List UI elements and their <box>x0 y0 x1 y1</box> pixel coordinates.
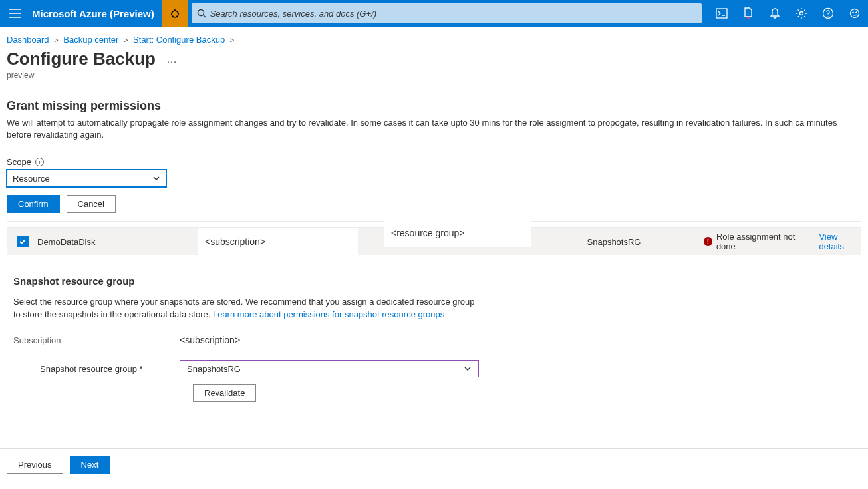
svg-point-5 <box>851 9 859 18</box>
top-header: Microsoft Azure (Preview) <box>0 0 868 27</box>
search-input[interactable] <box>210 9 696 19</box>
wizard-footer: Previous Next <box>0 448 868 480</box>
revalidate-button[interactable]: Revalidate <box>193 384 256 402</box>
resource-name: DemoDataDisk <box>32 237 198 247</box>
snapshot-rg-cell: SnapshotsRG <box>531 237 697 247</box>
page-header: Configure Backup … <box>0 49 868 71</box>
chevron-right-icon: > <box>227 36 237 44</box>
snapshot-description: Select the resource group where your sna… <box>13 296 479 321</box>
brand-title: Microsoft Azure (Preview) <box>31 8 162 19</box>
breadcrumb-dashboard[interactable]: Dashboard <box>7 35 49 45</box>
subscription-row: Subscription <subscription> <box>13 335 855 345</box>
error-icon: ! <box>704 237 712 246</box>
snapshot-section: Snapshot resource group Select the resou… <box>0 255 868 408</box>
previous-button[interactable]: Previous <box>7 456 63 474</box>
chevron-right-icon: > <box>121 36 130 44</box>
snapshot-rg-row: Snapshot resource group * SnapshotsRG <box>13 360 855 377</box>
checkbox-cell <box>7 236 32 247</box>
grant-permissions-section: Grant missing permissions We will attemp… <box>0 88 868 148</box>
resource-group-cell: <resource group> <box>384 219 531 247</box>
info-icon[interactable]: i <box>35 158 44 166</box>
chevron-down-icon <box>464 365 472 373</box>
page-title: Configure Backup <box>7 49 156 69</box>
svg-rect-2 <box>716 9 727 18</box>
subscription-cell: <subscription> <box>198 228 358 255</box>
help-icon[interactable] <box>815 0 841 27</box>
scope-label-row: Scope i <box>0 148 868 170</box>
header-actions <box>708 0 868 27</box>
snapshot-rg-label: Snapshot resource group * <box>13 364 180 374</box>
revalidate-row: Revalidate <box>13 384 855 402</box>
cloud-shell-icon[interactable] <box>708 0 735 27</box>
global-search[interactable] <box>192 3 702 23</box>
scope-selected-value: Resource <box>13 174 50 184</box>
view-details-link[interactable]: View details <box>819 232 861 251</box>
subscription-value: <subscription> <box>180 335 240 345</box>
tree-connector <box>27 340 39 353</box>
next-button[interactable]: Next <box>70 456 110 474</box>
breadcrumb-backup-center[interactable]: Backup center <box>63 35 118 45</box>
chevron-down-icon <box>152 174 160 182</box>
feedback-icon[interactable] <box>841 0 868 27</box>
grant-title: Grant missing permissions <box>7 99 861 113</box>
breadcrumb: Dashboard > Backup center > Start: Confi… <box>0 27 868 49</box>
snapshot-title: Snapshot resource group <box>13 275 855 287</box>
breadcrumb-configure-backup[interactable]: Start: Configure Backup <box>133 35 225 45</box>
confirm-cancel-row: Confirm Cancel <box>0 187 868 221</box>
scope-dropdown[interactable]: Resource <box>7 170 166 187</box>
svg-point-7 <box>856 12 857 13</box>
snapshot-rg-selected: SnapshotsRG <box>187 364 241 374</box>
learn-more-link[interactable]: Learn more about permissions for snapsho… <box>213 309 444 319</box>
snapshot-rg-dropdown[interactable]: SnapshotsRG <box>180 360 479 377</box>
status-cell: ! Role assignment not done View details <box>697 232 861 251</box>
check-icon <box>19 238 27 245</box>
settings-icon[interactable] <box>788 0 815 27</box>
svg-point-3 <box>800 12 803 15</box>
preview-bug-icon[interactable] <box>162 0 188 27</box>
search-icon <box>197 9 206 18</box>
cancel-button[interactable]: Cancel <box>67 195 116 213</box>
row-checkbox[interactable] <box>17 236 29 247</box>
confirm-button[interactable]: Confirm <box>7 195 60 213</box>
grant-description: We will attempt to automatically propaga… <box>7 117 861 141</box>
notifications-icon[interactable] <box>762 0 788 27</box>
chevron-right-icon: > <box>51 36 61 44</box>
preview-label: preview <box>0 71 868 88</box>
svg-point-1 <box>198 10 204 16</box>
more-actions-button[interactable]: … <box>166 53 177 65</box>
status-text: Role assignment not done <box>716 232 809 251</box>
svg-point-6 <box>853 12 854 13</box>
directories-icon[interactable] <box>735 0 762 27</box>
hamburger-menu[interactable] <box>0 0 31 27</box>
scope-label: Scope <box>7 157 31 167</box>
table-row: DemoDataDisk <subscription> <resource gr… <box>7 228 861 255</box>
